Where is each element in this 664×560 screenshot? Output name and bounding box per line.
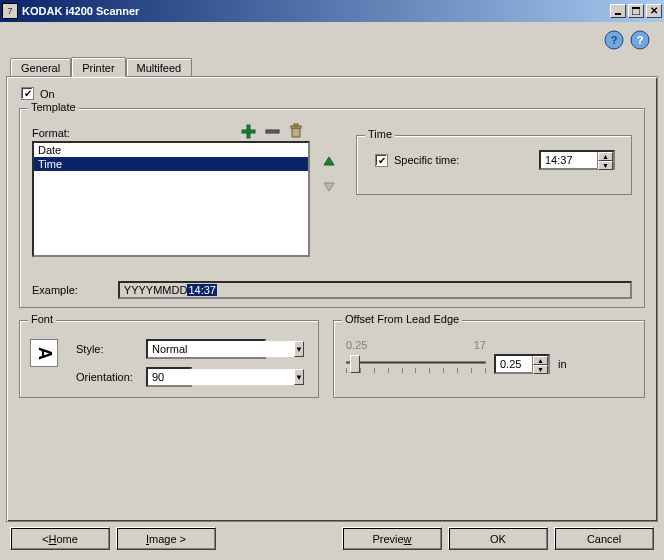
spin-down[interactable]: ▼: [533, 365, 548, 374]
on-checkbox[interactable]: ✔: [21, 87, 34, 100]
tab-general[interactable]: General: [10, 58, 71, 76]
template-group: Template Format: Date Time Time: [19, 108, 645, 308]
move-down-button: [320, 177, 338, 195]
svg-text:?: ?: [611, 34, 618, 46]
maximize-button[interactable]: [628, 4, 644, 18]
svg-rect-0: [615, 13, 621, 15]
font-preview-icon: A: [30, 339, 58, 367]
example-field: YYYYMMDD14:37: [118, 281, 632, 299]
example-prefix: YYYYMMDD: [124, 284, 188, 296]
tab-strip: General Printer Multifeed: [6, 54, 658, 76]
svg-rect-2: [632, 7, 640, 9]
title-bar: 7 KODAK i4200 Scanner ✕: [0, 0, 664, 22]
spin-up[interactable]: ▲: [598, 152, 613, 161]
app-icon: 7: [2, 3, 18, 19]
whatsthis-icon[interactable]: ?: [602, 28, 626, 52]
offset-input[interactable]: [496, 356, 532, 372]
time-input[interactable]: [541, 152, 597, 168]
style-label: Style:: [76, 343, 146, 355]
orientation-label: Orientation:: [76, 371, 146, 383]
list-item[interactable]: Date: [34, 143, 308, 157]
svg-rect-12: [294, 124, 298, 126]
chevron-down-icon[interactable]: ▼: [294, 341, 304, 357]
home-button[interactable]: < Home: [10, 527, 110, 550]
offset-min: 0.25: [346, 339, 367, 351]
svg-marker-14: [324, 183, 334, 191]
window-title: KODAK i4200 Scanner: [22, 5, 608, 17]
orientation-combo[interactable]: ▼: [146, 367, 192, 387]
offset-legend: Offset From Lead Edge: [342, 313, 462, 325]
tab-printer[interactable]: Printer: [71, 57, 125, 77]
template-legend: Template: [28, 101, 79, 113]
minimize-button[interactable]: [610, 4, 626, 18]
time-spinner[interactable]: ▲▼: [539, 150, 615, 170]
time-group: Time ✔ Specific time: ▲▼: [356, 135, 632, 195]
offset-unit: in: [558, 358, 567, 370]
offset-spinner[interactable]: ▲▼: [494, 354, 550, 374]
specific-time-label: Specific time:: [394, 154, 533, 166]
close-button[interactable]: ✕: [646, 4, 662, 18]
time-legend: Time: [365, 128, 395, 140]
offset-group: Offset From Lead Edge 0.25 17: [333, 320, 645, 398]
help-icons: ? ?: [602, 28, 652, 52]
button-bar: < Home Image > Preview OK Cancel: [10, 527, 654, 550]
svg-text:?: ?: [637, 34, 644, 46]
image-button[interactable]: Image >: [116, 527, 216, 550]
preview-button[interactable]: Preview: [342, 527, 442, 550]
font-group: Font A Style: ▼ Orientation:: [19, 320, 319, 398]
chevron-down-icon[interactable]: ▼: [294, 369, 304, 385]
offset-slider[interactable]: [346, 353, 486, 375]
format-listbox[interactable]: Date Time: [32, 141, 310, 257]
specific-time-checkbox[interactable]: ✔: [375, 154, 388, 167]
cancel-button[interactable]: Cancel: [554, 527, 654, 550]
example-label: Example:: [32, 284, 78, 296]
on-label: On: [40, 88, 55, 100]
spin-down[interactable]: ▼: [598, 161, 613, 170]
list-item[interactable]: Time: [34, 157, 308, 171]
spin-up[interactable]: ▲: [533, 356, 548, 365]
move-up-button[interactable]: [320, 153, 338, 171]
font-legend: Font: [28, 313, 56, 325]
tab-panel: ✔ On Template Format: Date Time: [6, 76, 658, 522]
help-icon[interactable]: ?: [628, 28, 652, 52]
style-combo[interactable]: ▼: [146, 339, 266, 359]
format-label: Format:: [32, 127, 322, 139]
svg-marker-13: [324, 157, 334, 165]
ok-button[interactable]: OK: [448, 527, 548, 550]
example-highlight: 14:37: [187, 284, 217, 296]
style-input[interactable]: [148, 341, 294, 357]
orientation-input[interactable]: [148, 369, 294, 385]
offset-max: 17: [474, 339, 486, 351]
tab-multifeed[interactable]: Multifeed: [126, 58, 193, 76]
